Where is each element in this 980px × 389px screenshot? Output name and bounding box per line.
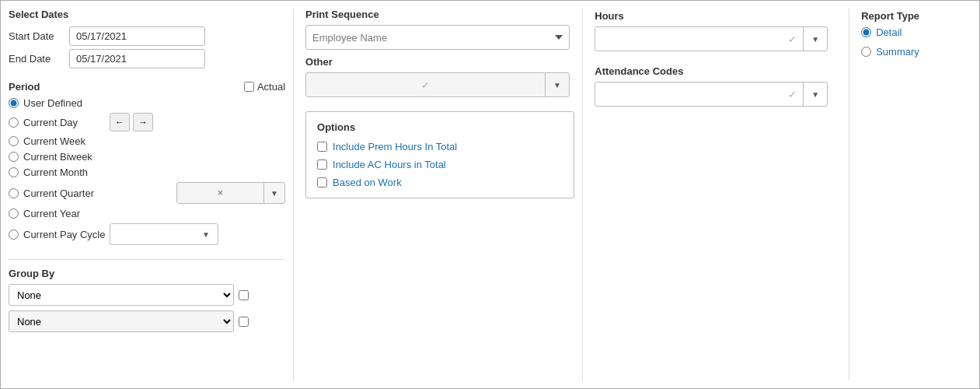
other-title: Other <box>305 56 574 68</box>
other-dropdown: ✓ ▼ <box>305 72 570 97</box>
period-current-quarter: Current Quarter <box>9 187 110 199</box>
quarter-arrow-button[interactable]: ▼ <box>264 183 284 203</box>
include-prem-label: Include Prem Hours In Total <box>333 141 457 152</box>
start-date-group: Start Date <box>9 26 285 46</box>
period-section: Period Actual User Defined Current Day <box>9 81 285 245</box>
period-radio-current-year[interactable] <box>9 209 19 219</box>
group-by-section: Group By None None <box>9 259 285 337</box>
attendance-dropdown: ✓ ▼ <box>595 82 828 107</box>
options-section: Options Include Prem Hours In Total Incl… <box>305 111 574 198</box>
hours-arrow-button[interactable]: ▼ <box>804 27 827 51</box>
group-by-row-2: None <box>9 310 285 332</box>
attendance-codes-title: Attendance Codes <box>595 65 841 77</box>
report-type-section: Report Type Detail Summary <box>861 10 971 58</box>
include-prem-checkbox[interactable] <box>317 142 327 152</box>
period-current-day: Current Day <box>9 117 110 128</box>
period-current-pay-cycle-row: Current Pay Cycle ▼ <box>9 223 285 245</box>
start-date-label: Start Date <box>9 30 63 42</box>
actual-checkbox-group: Actual <box>244 81 285 93</box>
checkbox-include-prem: Include Prem Hours In Total <box>317 141 563 152</box>
period-label-current-pay-cycle: Current Pay Cycle <box>23 229 105 240</box>
period-label-user-defined: User Defined <box>23 97 124 109</box>
period-label-current-quarter: Current Quarter <box>23 187 94 199</box>
group-by-title: Group By <box>9 268 285 279</box>
period-radio-current-pay-cycle[interactable] <box>9 230 19 240</box>
report-type-radio-group: Detail Summary <box>861 26 971 58</box>
period-current-biweek: Current Biweek <box>9 151 285 163</box>
period-radio-user-defined[interactable] <box>9 98 19 108</box>
other-section: Other ✓ ▼ <box>305 56 574 97</box>
report-type-summary-label: Summary <box>876 46 919 58</box>
based-on-work-label: Based on Work <box>333 177 402 188</box>
period-label-current-month: Current Month <box>23 166 88 178</box>
report-type-detail-label: Detail <box>876 26 902 38</box>
other-check-button[interactable]: ✓ <box>306 73 546 96</box>
start-date-input[interactable] <box>69 26 205 46</box>
hours-check-area: ✓ <box>595 27 804 51</box>
period-radio-current-biweek[interactable] <box>9 152 19 162</box>
end-date-label: End Date <box>9 53 63 65</box>
col-hours-attendance: Hours ✓ ▼ Attendance Codes ✓ ▼ <box>591 9 849 380</box>
checkbox-based-on-work: Based on Work <box>317 177 563 188</box>
actual-label: Actual <box>257 81 285 93</box>
group-by-select-1[interactable]: None <box>9 284 234 306</box>
attendance-arrow-button[interactable]: ▼ <box>804 82 827 106</box>
quarter-dropdown: × ▼ <box>176 182 285 204</box>
report-type-title: Report Type <box>861 10 971 22</box>
period-header: Period Actual <box>9 81 285 93</box>
period-label-current-week: Current Week <box>23 135 85 147</box>
period-label-current-year: Current Year <box>23 208 80 219</box>
period-radio-current-day[interactable] <box>9 117 19 128</box>
main-container: Select Dates Start Date End Date Period … <box>0 0 980 389</box>
report-type-radio-detail[interactable] <box>861 27 871 37</box>
attendance-codes-section: Attendance Codes ✓ ▼ <box>595 65 841 107</box>
period-user-defined: User Defined <box>9 97 285 109</box>
period-title: Period <box>9 81 40 93</box>
period-current-month: Current Month <box>9 166 285 178</box>
pay-cycle-dropdown: ▼ <box>110 223 218 245</box>
print-sequence-title: Print Sequence <box>305 9 574 20</box>
print-sequence-dropdown-wrapper: Employee Name <box>305 25 570 50</box>
col-dates-period: Select Dates Start Date End Date Period … <box>9 9 294 380</box>
options-title: Options <box>317 121 563 133</box>
col-print-options: Print Sequence Employee Name Other ✓ ▼ O… <box>302 9 583 380</box>
group-by-select-2[interactable]: None <box>9 310 234 332</box>
end-date-input[interactable] <box>69 49 205 68</box>
hours-dropdown: ✓ ▼ <box>595 26 828 51</box>
print-sequence-section: Print Sequence Employee Name <box>305 9 574 50</box>
hours-title: Hours <box>595 10 841 22</box>
report-type-detail: Detail <box>861 26 971 38</box>
nav-prev-button[interactable]: ← <box>110 113 130 131</box>
attendance-check-area: ✓ <box>595 82 804 106</box>
group-by-check-2[interactable] <box>239 317 249 327</box>
report-type-radio-summary[interactable] <box>861 47 871 57</box>
based-on-work-checkbox[interactable] <box>317 177 327 187</box>
group-by-row-1: None <box>9 284 285 306</box>
period-radio-group: User Defined Current Day ← → Cur <box>9 97 285 245</box>
checkbox-include-ac: Include AC Hours in Total <box>317 159 563 170</box>
col-report-type: Report Type Detail Summary <box>857 9 971 380</box>
hours-section: Hours ✓ ▼ <box>595 10 841 51</box>
attendance-check-icon: ✓ <box>788 89 797 100</box>
end-date-group: End Date <box>9 49 285 68</box>
period-radio-current-week[interactable] <box>9 136 19 146</box>
select-dates-title: Select Dates <box>9 9 285 20</box>
period-radio-current-quarter[interactable] <box>9 188 19 198</box>
pay-cycle-arrow-button[interactable]: ▼ <box>194 224 218 244</box>
quarter-clear-button[interactable]: × <box>177 183 264 203</box>
nav-buttons: ← → <box>110 113 153 131</box>
period-radio-current-month[interactable] <box>9 167 19 177</box>
actual-checkbox[interactable] <box>244 82 254 92</box>
group-by-check-1[interactable] <box>239 290 249 300</box>
include-ac-checkbox[interactable] <box>317 159 327 170</box>
print-sequence-select[interactable]: Employee Name <box>305 25 570 50</box>
period-current-day-row: Current Day ← → <box>9 113 285 131</box>
period-label-current-day: Current Day <box>23 117 78 128</box>
period-current-year: Current Year <box>9 208 285 219</box>
hours-check-icon: ✓ <box>788 33 797 45</box>
other-arrow-button[interactable]: ▼ <box>546 73 569 96</box>
nav-next-button[interactable]: → <box>133 113 153 131</box>
period-label-current-biweek: Current Biweek <box>23 151 92 163</box>
include-ac-label: Include AC Hours in Total <box>333 159 446 170</box>
report-type-summary: Summary <box>861 46 971 58</box>
